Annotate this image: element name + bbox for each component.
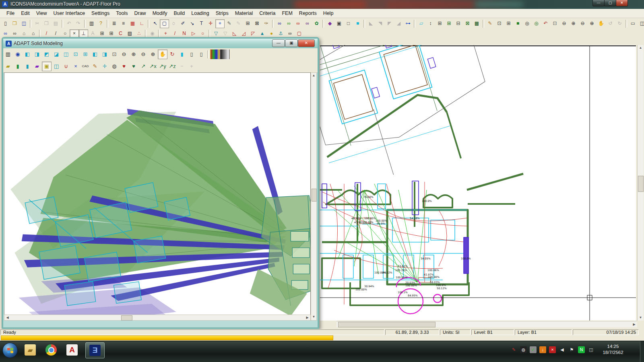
show-tendons-icon[interactable]: ∪ [61, 62, 71, 71]
pencil-add-icon[interactable]: ✎ [234, 19, 243, 28]
menu-settings[interactable]: Settings [88, 9, 113, 17]
language-flag-tray-icon[interactable]: ⚑ [568, 346, 575, 353]
slab-region-icon[interactable]: ▱ [417, 19, 426, 28]
paint-results-icon[interactable]: ✎ [485, 19, 495, 28]
save-icon[interactable]: ◫ [19, 19, 29, 28]
menu-loading[interactable]: Loading [188, 9, 213, 17]
solid-box-2-icon[interactable]: ⊞ [504, 19, 513, 28]
select-window-icon[interactable]: ▢ [160, 19, 169, 28]
usb-safely-remove-icon[interactable]: ✓ [530, 346, 537, 353]
view-glasses-red-icon[interactable]: ∞ [293, 19, 303, 28]
rotate-view-icon[interactable]: ↻ [167, 49, 177, 59]
menu-build[interactable]: Build [170, 9, 188, 17]
user-axes-icon[interactable]: ∟ [137, 19, 147, 28]
mask-region-2-icon[interactable]: ♥ [129, 62, 138, 71]
show-points-icon[interactable]: ▣ [42, 62, 52, 71]
child-horizontal-scrollbar[interactable]: ◀ ▶ [4, 315, 311, 321]
menu-reports[interactable]: Reports [296, 9, 320, 17]
show-walls-icon[interactable]: ▮ [13, 62, 23, 71]
start-button[interactable] [2, 343, 18, 358]
color-palette-icon[interactable]: ▦ [128, 19, 137, 28]
layers-icon[interactable]: ≣ [109, 19, 119, 28]
select-lasso-icon[interactable]: ◌ [169, 19, 178, 28]
zoom-out-icon[interactable]: ⊖ [138, 49, 148, 59]
select-arrow-icon[interactable]: ↖ [151, 19, 160, 28]
zoom-out-2-icon[interactable]: ⊖ [578, 19, 587, 28]
main-horizontal-scrollbar[interactable]: ▶ [336, 321, 637, 327]
paint-brush-icon[interactable]: ✎ [90, 62, 100, 71]
walk-y-icon[interactable]: ↗y [158, 62, 167, 71]
show-beams-icon[interactable]: ▰ [32, 62, 42, 71]
redo-icon[interactable]: ↷ [74, 19, 83, 28]
solid-model-3d-view[interactable] [4, 72, 311, 321]
new-file-icon[interactable]: ▯ [1, 19, 10, 28]
taskbar-adapt-button[interactable]: Ǝ [85, 342, 105, 358]
stories-plant-icon[interactable]: ✿ [312, 19, 321, 28]
child-minimize-button[interactable]: — [272, 39, 285, 47]
volume-tray-icon[interactable]: ◀ [559, 346, 566, 353]
mesh-generate-icon[interactable]: ⊞ [435, 19, 444, 28]
taskbar-chrome-button[interactable] [42, 342, 60, 358]
zoom-window-icon[interactable]: ⊡ [109, 49, 119, 59]
scroll-right-arrow[interactable]: ▶ [631, 321, 637, 327]
orbit-2-icon[interactable]: ◎ [532, 19, 541, 28]
window-split-icon[interactable]: ◫ [638, 19, 644, 28]
mesh-dark-icon[interactable]: ▩ [472, 19, 481, 28]
menu-file[interactable]: File [3, 9, 18, 17]
level-down-icon[interactable]: − [177, 62, 187, 71]
transform-b-icon[interactable]: ◥ [376, 19, 385, 28]
move-model-icon[interactable]: ✛ [100, 62, 109, 71]
view-glasses-green-icon[interactable]: ∞ [284, 19, 293, 28]
window-single-icon[interactable]: ▭ [628, 19, 638, 28]
zoom-extents-icon[interactable]: ⊕ [148, 49, 158, 59]
key-plan-icon[interactable]: ⊶ [403, 19, 413, 28]
menu-draw[interactable]: Draw [131, 9, 149, 17]
menu-tools[interactable]: Tools [113, 9, 131, 17]
no-signal-tray-icon[interactable]: × [549, 346, 556, 353]
maximize-button[interactable]: ▢ [604, 0, 616, 6]
view-cube-left-icon[interactable]: ◫ [61, 49, 71, 59]
prev-view-icon[interactable]: ↺ [606, 19, 615, 28]
zoom-in-1-icon[interactable]: ⊕ [569, 19, 578, 28]
view-cube-front-icon[interactable]: ◨ [32, 49, 42, 59]
idm-tray-icon[interactable]: ↓ [539, 346, 546, 353]
menu-modify[interactable]: Modify [149, 9, 171, 17]
help-icon[interactable]: ? [96, 19, 105, 28]
scroll-up-arrow[interactable]: ▲ [638, 45, 644, 51]
cut-icon[interactable]: ✂ [33, 19, 42, 28]
pick-text-icon[interactable]: T [197, 19, 206, 28]
pan-hand-icon[interactable]: ✋ [597, 19, 606, 28]
view-undo-icon[interactable]: ↶ [541, 19, 550, 28]
pencil-icon[interactable]: ✎ [225, 19, 234, 28]
solid-modeling-title-bar[interactable]: A ADAPT Solid Modeling [3, 39, 318, 48]
show-mesh-x-icon[interactable]: × [71, 62, 80, 71]
rotate-disk-icon[interactable]: ◍ [109, 62, 119, 71]
zoom-extents-icon[interactable]: ⊕ [587, 19, 597, 28]
open-folder-icon[interactable]: ❒ [10, 19, 19, 28]
show-tables-icon[interactable]: ◫ [52, 62, 61, 71]
mesh-refine-icon[interactable]: ⊟ [454, 19, 463, 28]
zoom-out-1-icon[interactable]: ⊖ [559, 19, 569, 28]
taskbar-autocad-button[interactable]: A [63, 342, 81, 358]
next-view-icon[interactable]: ↻ [615, 19, 624, 28]
region-dialog-icon[interactable]: ⊠ [252, 19, 262, 28]
view-cube-iso-1-icon[interactable]: ⊡ [71, 49, 80, 59]
camera-snapshot-icon[interactable]: ◉ [13, 49, 23, 59]
mesh-view-green-icon[interactable]: ⊞ [444, 19, 454, 28]
wizard-wand-icon[interactable]: ✑ [262, 19, 271, 28]
floor-plan-view[interactable]: 76.00%100.0%48.58%100.00%100.00%54.08%43… [320, 45, 636, 321]
menu-view[interactable]: View [33, 9, 50, 17]
zoom-in-icon[interactable]: ⊕ [129, 49, 138, 59]
child-scroll-right[interactable]: ▶ [304, 315, 310, 320]
walk-x-icon[interactable]: ↗x [148, 62, 158, 71]
color-bars-icon[interactable] [210, 49, 220, 59]
solid-green-icon[interactable]: ■ [513, 19, 522, 28]
transform-d-icon[interactable]: ◢ [394, 19, 403, 28]
grid-dialog-icon[interactable]: ⊞ [243, 19, 252, 28]
transform-a-icon[interactable]: ◣ [366, 19, 376, 28]
walk-z-icon[interactable]: ↗z [167, 62, 177, 71]
view-cube-back-icon[interactable]: ◪ [52, 49, 61, 59]
child-restore-button[interactable]: ▣ [285, 39, 298, 47]
display-color-tray-icon[interactable]: ✎ [510, 346, 517, 353]
print-icon[interactable]: ▥ [87, 19, 96, 28]
